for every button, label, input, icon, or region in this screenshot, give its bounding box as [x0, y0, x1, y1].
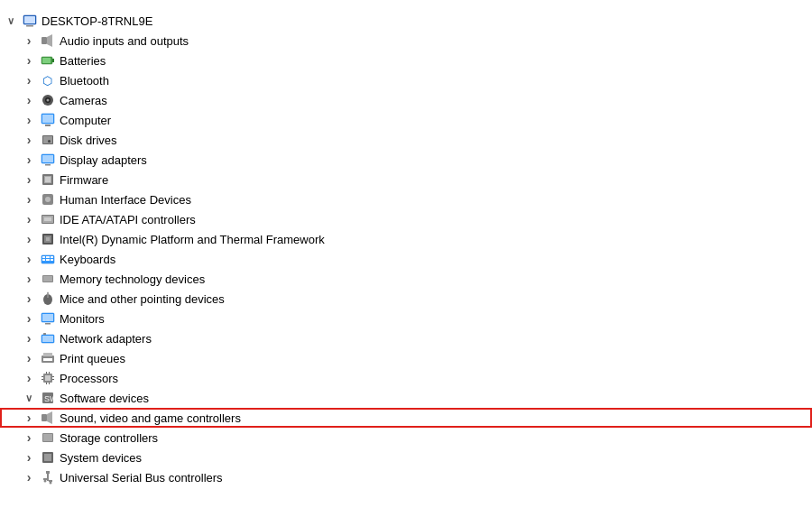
expand-btn-19[interactable]	[22, 411, 36, 425]
item-icon-11	[40, 251, 56, 267]
tree-item-0[interactable]: Audio inputs and outputs	[0, 31, 812, 51]
expand-btn-12[interactable]	[22, 272, 36, 286]
expand-btn-16[interactable]	[22, 351, 36, 365]
tree-item-9[interactable]: IDE ATA/ATAPI controllers	[0, 209, 812, 229]
expand-btn-5[interactable]	[22, 133, 36, 147]
expand-btn-0[interactable]	[22, 33, 36, 48]
item-icon-0	[40, 32, 56, 49]
tree-item-4[interactable]: Computer	[0, 110, 812, 130]
expand-btn-6[interactable]	[22, 152, 36, 167]
root-expand-btn[interactable]	[4, 14, 18, 28]
svg-rect-49	[42, 336, 53, 342]
tree-item-1[interactable]: Batteries	[0, 51, 812, 70]
tree-item-22[interactable]: Universal Serial Bus controllers	[0, 467, 812, 487]
tree-item-14[interactable]: Monitors	[0, 309, 812, 328]
expand-btn-14[interactable]	[22, 311, 36, 326]
expand-btn-17[interactable]	[22, 371, 36, 385]
tree-item-2[interactable]: ⬡BBluetooth	[0, 70, 812, 90]
item-icon-2: ⬡B	[40, 72, 56, 88]
item-icon-13	[40, 291, 56, 307]
tree-item-20[interactable]: Storage controllers	[0, 428, 812, 448]
tree-item-8[interactable]: Human Interface Devices	[0, 189, 812, 209]
tree-item-21[interactable]: System devices	[0, 448, 812, 467]
tree-item-11[interactable]: Keyboards	[0, 249, 812, 269]
item-label-9: IDE ATA/ATAPI controllers	[60, 213, 196, 226]
expand-btn-8[interactable]	[22, 192, 36, 207]
item-label-15: Network adapters	[60, 332, 152, 346]
expand-btn-2[interactable]	[22, 73, 36, 88]
svg-rect-53	[43, 358, 52, 361]
tree-item-5[interactable]: Disk drives	[0, 130, 812, 150]
item-icon-18: SW	[40, 390, 56, 406]
tree-item-13[interactable]: Mice and other pointing devices	[0, 289, 812, 309]
expand-btn-15[interactable]	[22, 331, 36, 346]
expand-btn-22[interactable]	[22, 470, 36, 485]
svg-rect-20	[42, 155, 53, 162]
expand-btn-21[interactable]	[22, 450, 36, 465]
tree-item-15[interactable]: Network adapters	[0, 328, 812, 348]
expand-btn-7[interactable]	[22, 172, 36, 187]
item-icon-4	[40, 112, 56, 128]
svg-rect-57	[42, 379, 43, 380]
item-icon-1	[40, 52, 56, 69]
tree-item-19[interactable]: Sound, video and game controllers	[0, 408, 812, 428]
svg-rect-71	[44, 454, 51, 461]
tree-item-16[interactable]: Print queues	[0, 348, 812, 368]
expand-btn-20[interactable]	[22, 430, 36, 445]
svg-rect-59	[52, 379, 54, 380]
tree-item-6[interactable]: Display adapters	[0, 150, 812, 170]
expand-btn-10[interactable]	[22, 232, 36, 246]
item-icon-14	[40, 310, 56, 327]
expand-btn-1[interactable]	[22, 53, 36, 68]
svg-rect-62	[46, 383, 47, 384]
root-label: DESKTOP-8TRNL9E	[42, 14, 152, 28]
svg-marker-4	[47, 34, 52, 47]
tree-item-7[interactable]: Firmware	[0, 170, 812, 189]
svg-point-26	[45, 197, 51, 202]
item-label-6: Display adapters	[60, 153, 147, 167]
svg-rect-46	[42, 314, 53, 321]
tree-item-10[interactable]: Intel(R) Dynamic Platform and Thermal Fr…	[0, 229, 812, 249]
item-label-16: Print queues	[60, 352, 125, 365]
svg-rect-38	[46, 259, 50, 261]
svg-text:SW: SW	[44, 394, 55, 403]
svg-point-77	[50, 482, 52, 485]
svg-point-12	[47, 99, 50, 102]
svg-rect-29	[44, 217, 51, 221]
item-label-1: Batteries	[60, 54, 106, 68]
device-manager-tree: DESKTOP-8TRNL9E Audio inputs and outputs…	[0, 7, 812, 491]
expand-btn-3[interactable]	[22, 93, 36, 107]
svg-rect-3	[42, 37, 47, 44]
svg-rect-63	[49, 383, 50, 384]
expand-btn-9[interactable]	[22, 212, 36, 226]
item-icon-17	[40, 370, 56, 386]
tree-item-3[interactable]: Cameras	[0, 90, 812, 110]
tree-item-18[interactable]: SWSoftware devices	[0, 388, 812, 408]
svg-rect-52	[43, 353, 52, 356]
item-icon-10	[40, 231, 56, 247]
svg-text:B: B	[45, 77, 51, 86]
item-icon-9	[40, 211, 56, 227]
item-label-17: Processors	[60, 372, 118, 385]
expand-btn-11[interactable]	[22, 252, 36, 266]
item-icon-7	[40, 171, 56, 188]
tree-item-12[interactable]: Memory technology devices	[0, 269, 812, 289]
item-label-10: Intel(R) Dynamic Platform and Thermal Fr…	[60, 233, 325, 246]
expand-btn-13[interactable]	[22, 291, 36, 306]
svg-rect-17	[43, 136, 52, 143]
svg-point-44	[47, 292, 49, 295]
item-label-20: Storage controllers	[60, 431, 158, 445]
item-label-12: Memory technology devices	[60, 272, 205, 286]
svg-rect-55	[45, 375, 51, 381]
item-label-4: Computer	[60, 114, 111, 127]
svg-rect-73	[47, 474, 49, 481]
expand-btn-4[interactable]	[22, 113, 36, 127]
children-list: Audio inputs and outputsBatteries⬡BBluet…	[0, 31, 812, 487]
root-item[interactable]: DESKTOP-8TRNL9E	[0, 11, 812, 31]
expand-btn-18[interactable]	[22, 391, 36, 405]
item-label-3: Cameras	[60, 94, 107, 107]
svg-rect-69	[43, 434, 52, 441]
svg-rect-56	[42, 376, 43, 377]
item-label-7: Firmware	[60, 173, 108, 187]
tree-item-17[interactable]: Processors	[0, 368, 812, 388]
